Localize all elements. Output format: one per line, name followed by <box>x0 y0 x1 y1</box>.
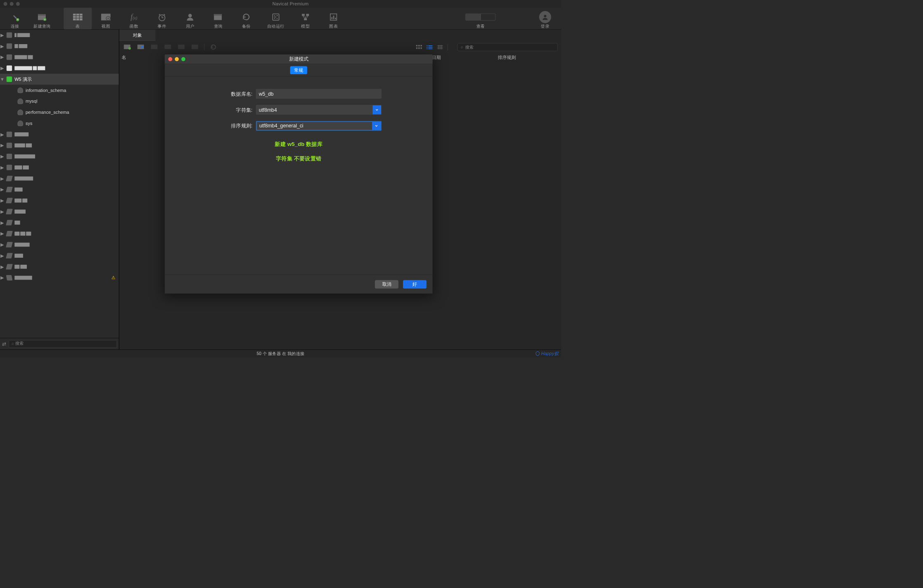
titlebar: Navicat Premium <box>0 0 561 7</box>
toolbar-backup-label: 备份 <box>242 24 251 29</box>
connection-item[interactable]: ▶ <box>0 228 119 239</box>
app-title: Navicat Premium <box>20 1 561 7</box>
sqlite-icon <box>6 231 13 236</box>
toolbar-login[interactable]: 登录 <box>533 8 557 29</box>
dialog-title: 新建模式 <box>165 56 432 62</box>
connection-item[interactable]: ▶ <box>0 162 119 173</box>
connection-w5[interactable]: ▼W5 演示 <box>0 74 119 85</box>
mysql-icon <box>7 132 12 137</box>
dialog-body: 数据库名: 字符集: utf8mb4 排序规则: utf8mb4_gene <box>165 76 432 274</box>
toolbar-function[interactable]: f(x) 函数 <box>120 8 148 29</box>
connection-icon <box>6 275 13 280</box>
maximize-icon[interactable] <box>16 2 20 6</box>
charset-label: 字符集: <box>172 106 256 113</box>
connection-item[interactable]: ▶ <box>0 173 119 184</box>
view-mode-segment[interactable] <box>465 14 495 21</box>
toolbar-automation-label: 自动运行 <box>267 24 284 29</box>
ok-button[interactable]: 好 <box>403 280 426 289</box>
toolbar-model[interactable]: 模型 <box>291 8 319 29</box>
dialog-tab-general[interactable]: 常规 <box>290 66 307 74</box>
mysql-icon <box>7 32 12 38</box>
database-item[interactable]: sys <box>0 118 119 129</box>
svg-rect-21 <box>302 14 305 16</box>
toolbar-backup[interactable]: 备份 <box>232 8 260 29</box>
main-area: 对象 ⌕搜索 名 修改日期 排序规则 <box>119 30 561 350</box>
connection-item[interactable]: ▶ <box>0 63 119 74</box>
toolbar-user[interactable]: 用户 <box>176 8 204 29</box>
toolbar-user-label: 用户 <box>186 24 195 29</box>
mysql-icon <box>7 66 12 71</box>
toolbar-table-label: 表 <box>75 24 80 29</box>
toolbar-view-label: 查看 <box>476 24 485 29</box>
connection-item[interactable]: ▶⚠ <box>0 272 119 283</box>
sqlite-icon <box>6 242 13 247</box>
toolbar-chart[interactable]: 图表 <box>320 8 348 29</box>
cancel-button[interactable]: 取消 <box>375 280 398 289</box>
sidebar-search-placeholder: 搜索 <box>15 341 24 346</box>
warning-icon: ⚠ <box>111 275 115 280</box>
svg-rect-19 <box>214 14 222 16</box>
dialog-titlebar: 新建模式 <box>165 54 432 64</box>
connection-item[interactable]: ▶ <box>0 261 119 273</box>
connection-item[interactable]: ▶ <box>0 30 119 41</box>
toolbar-new-query[interactable]: + 新建查询 <box>27 8 57 29</box>
database-item[interactable]: mysql <box>0 96 119 107</box>
toolbar-table[interactable]: 表 <box>64 8 92 29</box>
db-name-input[interactable] <box>256 89 381 99</box>
database-item[interactable]: information_schema <box>0 85 119 96</box>
sidebar-search-input[interactable]: ⌕ 搜索 <box>9 340 117 348</box>
connection-item[interactable]: ▶ <box>0 151 119 162</box>
watermark: Happy蚁 <box>535 350 558 357</box>
sqlite-icon <box>6 198 13 203</box>
database-label: information_schema <box>26 87 66 93</box>
connection-item[interactable]: ▶ <box>0 195 119 206</box>
database-icon <box>18 120 23 126</box>
connection-item[interactable]: ▶ <box>0 239 119 250</box>
dialog-tabs: 常规 <box>165 64 432 76</box>
minimize-icon[interactable] <box>10 2 14 6</box>
toolbar-query-label: 查询 <box>214 24 223 29</box>
toolbar-event[interactable]: 事件 <box>148 8 176 29</box>
close-icon[interactable] <box>4 2 7 6</box>
dialog-tab-general-label: 常规 <box>294 68 303 73</box>
connection-item[interactable]: ▶ <box>0 184 119 195</box>
toolbar-event-label: 事件 <box>158 24 166 29</box>
sync-icon[interactable]: ⇄ <box>2 341 6 347</box>
connection-item[interactable]: ▶ <box>0 206 119 217</box>
toolbar-query[interactable]: 查询 <box>204 8 232 29</box>
mysql-icon <box>7 143 12 148</box>
connection-item[interactable]: ▶ <box>0 140 119 151</box>
svg-rect-26 <box>333 16 334 19</box>
toolbar-automation[interactable]: 自动运行 <box>260 8 291 29</box>
connection-item[interactable]: ▶ <box>0 40 119 52</box>
connection-w5-label: W5 演示 <box>14 76 31 82</box>
database-item[interactable]: performance_schema <box>0 107 119 118</box>
status-bar: 50 个 服务器 在 我的连接 Happy蚁 <box>0 350 561 358</box>
svg-rect-27 <box>335 18 336 19</box>
svg-rect-22 <box>306 14 309 16</box>
window-controls <box>4 2 20 6</box>
connection-item[interactable]: ▶ <box>0 52 119 63</box>
charset-select[interactable]: utf8mb4 <box>256 105 381 115</box>
svg-rect-11 <box>101 14 111 20</box>
mysql-icon <box>7 54 12 60</box>
database-label: mysql <box>26 99 38 104</box>
collation-select[interactable]: utf8mb4_general_ci <box>256 121 381 131</box>
hint-1: 新建 w5_db 数据库 <box>172 141 425 148</box>
watermark-text: Happy蚁 <box>541 350 559 357</box>
toolbar-view[interactable]: 视图 <box>92 8 120 29</box>
connection-item[interactable]: ▶ <box>0 250 119 261</box>
toolbar-connect[interactable]: + 连接 <box>3 8 27 29</box>
dialog-footer: 取消 好 <box>165 275 432 294</box>
svg-rect-25 <box>331 17 332 19</box>
modal-overlay: 新建模式 常规 数据库名: 字符集: utf8mb4 <box>119 30 561 350</box>
sqlite-icon <box>6 264 13 269</box>
toolbar-connect-label: 连接 <box>11 24 19 29</box>
avatar-icon <box>539 11 551 23</box>
svg-text:+: + <box>44 18 46 21</box>
connection-item[interactable]: ▶ <box>0 217 119 228</box>
annotation-hints: 新建 w5_db 数据库 字符集 不要设置错 <box>172 141 425 162</box>
database-icon <box>18 110 23 115</box>
connection-item[interactable]: ▶ <box>0 129 119 140</box>
toolbar-function-label: 函数 <box>130 24 138 29</box>
